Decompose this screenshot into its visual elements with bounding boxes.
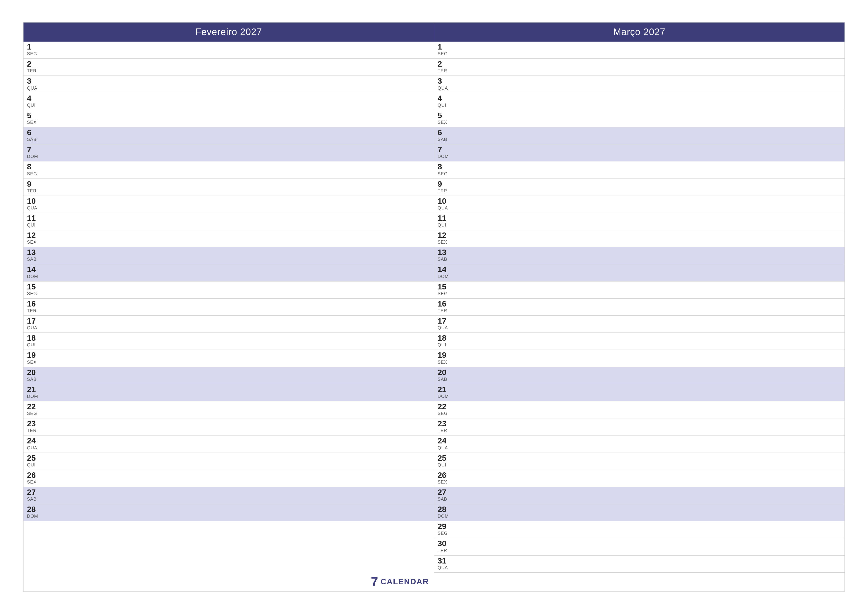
day-name: SAB <box>27 257 431 262</box>
day-name: DOM <box>27 274 431 279</box>
day-row: 14DOM <box>434 264 845 281</box>
day-name: TER <box>27 188 431 194</box>
day-number: 20 <box>438 368 841 377</box>
day-row: 1SEG <box>23 42 434 59</box>
day-row: 5SEX <box>434 110 845 127</box>
day-number: 10 <box>27 197 431 205</box>
day-name: QUI <box>438 103 841 108</box>
day-row: 4QUI <box>23 93 434 110</box>
day-row: 17QUA <box>23 316 434 333</box>
watermark: 7 CALENDAR <box>371 574 429 589</box>
day-row: 9TER <box>23 179 434 196</box>
page: Fevereiro 2027 1SEG2TER3QUA4QUI5SEX6SAB7… <box>13 12 855 602</box>
day-name: DOM <box>27 154 431 159</box>
day-name: QUI <box>27 462 431 468</box>
day-name: SAB <box>438 497 841 502</box>
calendars-container: Fevereiro 2027 1SEG2TER3QUA4QUI5SEX6SAB7… <box>23 22 845 592</box>
day-name: DOM <box>438 394 841 399</box>
day-row: 22SEG <box>23 401 434 418</box>
day-row: 20SAB <box>23 367 434 384</box>
watermark-area: 7 CALENDAR <box>23 572 434 591</box>
day-name: QUA <box>438 85 841 91</box>
day-number: 26 <box>27 471 431 480</box>
day-name: TER <box>438 308 841 314</box>
day-number: 23 <box>27 420 431 428</box>
day-number: 11 <box>438 214 841 222</box>
march-calendar: Março 2027 1SEG2TER3QUA4QUI5SEX6SAB7DOM8… <box>434 22 845 592</box>
day-row: 28DOM <box>434 504 845 521</box>
day-row: 3QUA <box>23 76 434 93</box>
day-row: 24QUA <box>434 435 845 452</box>
day-row: 25QUI <box>23 453 434 470</box>
day-number: 27 <box>27 488 431 497</box>
day-row: 2TER <box>23 59 434 76</box>
day-number: 8 <box>27 162 431 171</box>
day-number: 2 <box>438 60 841 68</box>
day-name: SEX <box>438 239 841 245</box>
day-row: 12SEX <box>434 230 845 247</box>
day-number: 28 <box>438 505 841 514</box>
day-number: 1 <box>27 43 431 51</box>
day-row: 23TER <box>434 418 845 435</box>
day-number: 28 <box>27 505 431 514</box>
day-row: 16TER <box>434 298 845 316</box>
day-number: 9 <box>438 180 841 188</box>
day-row: 19SEX <box>434 350 845 367</box>
day-number: 27 <box>438 488 841 497</box>
day-name: QUA <box>27 445 431 451</box>
day-name: DOM <box>438 514 841 519</box>
day-row: 29SEG <box>434 521 845 538</box>
day-number: 3 <box>27 77 431 85</box>
day-name: QUA <box>438 205 841 211</box>
day-row: 11QUI <box>434 213 845 230</box>
day-name: SAB <box>27 497 431 502</box>
day-row: 18QUI <box>434 333 845 350</box>
day-row: 21DOM <box>23 384 434 401</box>
day-number: 18 <box>438 334 841 342</box>
day-row: 6SAB <box>434 127 845 145</box>
march-title: Março 2027 <box>613 27 665 37</box>
day-row: 13SAB <box>434 247 845 264</box>
day-row: 9TER <box>434 179 845 196</box>
february-title: Fevereiro 2027 <box>195 27 262 37</box>
day-name: DOM <box>438 154 841 159</box>
day-row: 10QUA <box>434 196 845 213</box>
day-row: 24QUA <box>23 435 434 452</box>
day-name: DOM <box>27 394 431 399</box>
day-number: 6 <box>438 128 841 137</box>
day-number: 5 <box>27 111 431 120</box>
day-name: DOM <box>438 274 841 279</box>
day-number: 21 <box>438 385 841 394</box>
day-number: 19 <box>27 351 431 359</box>
day-number: 21 <box>27 385 431 394</box>
march-header: Março 2027 <box>434 23 845 42</box>
watermark-label: CALENDAR <box>381 577 429 586</box>
day-number: 15 <box>27 283 431 291</box>
day-row: 19SEX <box>23 350 434 367</box>
day-row: 31QUA <box>434 556 845 573</box>
day-name: SEG <box>438 291 841 296</box>
day-row: 17QUA <box>434 316 845 333</box>
day-row: 27SAB <box>434 487 845 504</box>
day-name: SAB <box>438 137 841 142</box>
day-name: SEX <box>27 239 431 245</box>
day-name: QUI <box>27 222 431 228</box>
day-number: 23 <box>438 420 841 428</box>
day-number: 13 <box>27 248 431 257</box>
day-number: 3 <box>438 77 841 85</box>
day-row: 12SEX <box>23 230 434 247</box>
day-number: 9 <box>27 180 431 188</box>
day-name: SEG <box>27 171 431 177</box>
day-row: 15SEG <box>434 281 845 298</box>
day-row: 20SAB <box>434 367 845 384</box>
day-number: 20 <box>27 368 431 377</box>
day-name: SEX <box>438 480 841 485</box>
day-name: QUI <box>438 222 841 228</box>
day-name: QUA <box>438 445 841 451</box>
day-number: 15 <box>438 283 841 291</box>
day-row: 4QUI <box>434 93 845 110</box>
day-name: SEX <box>438 360 841 365</box>
day-row: 5SEX <box>23 110 434 127</box>
watermark-number: 7 <box>371 574 378 589</box>
day-name: SAB <box>438 257 841 262</box>
